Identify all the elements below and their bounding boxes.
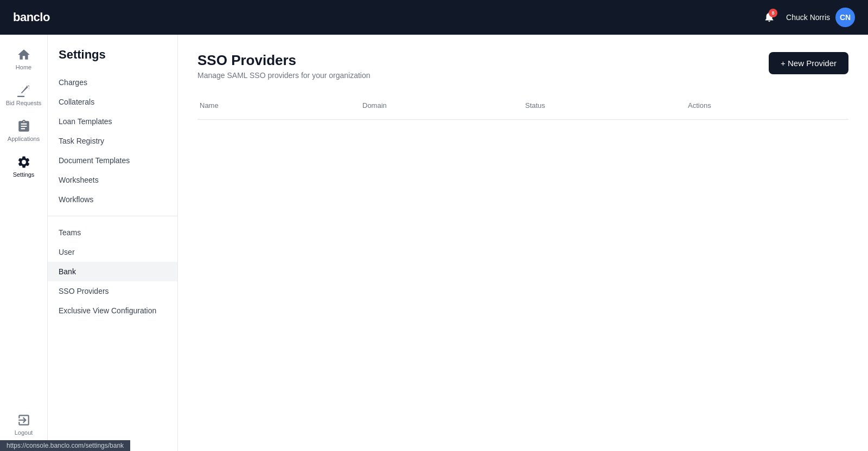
- status-url: https://console.banclo.com/settings/bank: [7, 442, 124, 449]
- logout-icon: [17, 413, 31, 427]
- topnav: banclo 8 Chuck Norris CN: [0, 0, 868, 35]
- sidebar-label-applications: Applications: [8, 136, 40, 142]
- sidebar-item-applications[interactable]: Applications: [0, 113, 47, 149]
- page-subtitle: Manage SAML SSO providers for your organ…: [197, 71, 371, 80]
- settings-sidebar: Settings Charges Collaterals Loan Templa…: [48, 35, 178, 451]
- settings-nav-document-templates[interactable]: Document Templates: [48, 151, 177, 170]
- settings-nav-charges[interactable]: Charges: [48, 73, 177, 92]
- sso-providers-table: Name Domain Status Actions: [197, 97, 848, 120]
- settings-nav-divider: [48, 216, 177, 216]
- settings-nav-exclusive-view[interactable]: Exclusive View Configuration: [48, 301, 177, 320]
- settings-nav-user[interactable]: User: [48, 242, 177, 262]
- col-header-actions: Actions: [686, 97, 848, 114]
- user-name: Chuck Norris: [786, 13, 830, 22]
- settings-nav-collaterals[interactable]: Collaterals: [48, 92, 177, 112]
- settings-title: Settings: [48, 48, 177, 73]
- status-bar: https://console.banclo.com/settings/bank: [0, 440, 130, 451]
- sidebar-label-home: Home: [16, 64, 31, 70]
- topnav-right: 8 Chuck Norris CN: [763, 8, 855, 27]
- main-layout: Home Bid Requests Applications Settings …: [0, 35, 868, 451]
- col-header-status: Status: [523, 97, 686, 114]
- settings-nav-bank[interactable]: Bank: [48, 262, 177, 281]
- settings-nav-workflows[interactable]: Workflows: [48, 190, 177, 209]
- sidebar-label-bid-requests: Bid Requests: [6, 100, 41, 106]
- home-icon: [17, 48, 31, 62]
- settings-nav-sso-providers[interactable]: SSO Providers: [48, 281, 177, 301]
- settings-nav-loan-templates[interactable]: Loan Templates: [48, 112, 177, 131]
- page-header: SSO Providers Manage SAML SSO providers …: [197, 52, 848, 80]
- user-info: Chuck Norris CN: [786, 8, 855, 27]
- settings-nav-worksheets[interactable]: Worksheets: [48, 170, 177, 190]
- sidebar-item-settings[interactable]: Settings: [0, 149, 47, 184]
- col-header-domain: Domain: [360, 97, 523, 114]
- page-title: SSO Providers: [197, 52, 371, 69]
- gear-icon: [17, 155, 31, 169]
- sidebar-item-bid-requests[interactable]: Bid Requests: [0, 77, 47, 113]
- gavel-icon: [17, 83, 31, 98]
- icon-sidebar: Home Bid Requests Applications Settings …: [0, 35, 48, 451]
- notification-button[interactable]: 8: [763, 11, 775, 24]
- user-avatar: CN: [835, 8, 855, 27]
- logo: banclo: [13, 10, 50, 24]
- sidebar-label-settings: Settings: [13, 171, 35, 178]
- col-header-name: Name: [197, 97, 360, 114]
- settings-nav-task-registry[interactable]: Task Registry: [48, 131, 177, 151]
- main-content: SSO Providers Manage SAML SSO providers …: [178, 35, 868, 451]
- sidebar-item-home[interactable]: Home: [0, 41, 47, 77]
- page-title-block: SSO Providers Manage SAML SSO providers …: [197, 52, 371, 80]
- settings-nav-teams[interactable]: Teams: [48, 223, 177, 242]
- sidebar-item-logout[interactable]: Logout: [0, 407, 47, 442]
- clipboard-icon: [17, 119, 31, 133]
- new-provider-button[interactable]: + New Provider: [769, 52, 848, 74]
- table-header-row: Name Domain Status Actions: [197, 97, 848, 120]
- sidebar-label-logout: Logout: [15, 429, 33, 436]
- notification-badge: 8: [769, 9, 777, 17]
